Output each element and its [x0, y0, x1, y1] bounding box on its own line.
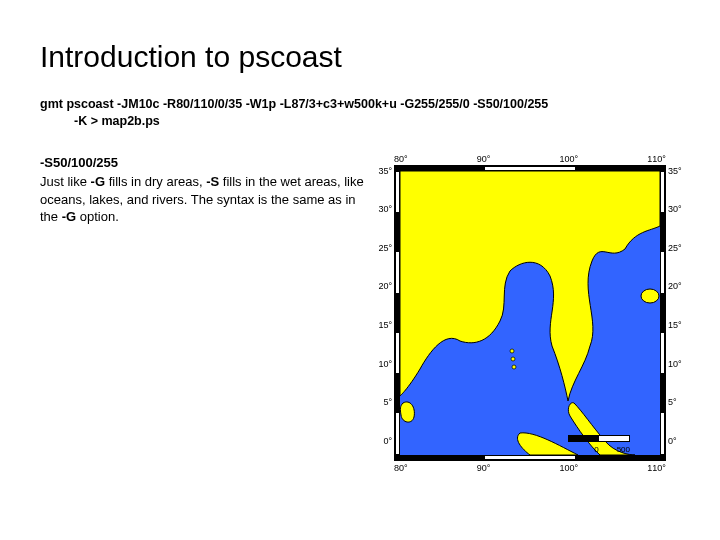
- map-sea: [400, 171, 660, 455]
- scale-bar-segments: [568, 435, 630, 442]
- tick: 0°: [372, 436, 392, 446]
- tick: 90°: [477, 154, 491, 164]
- tick: 35°: [372, 166, 392, 176]
- tick: 80°: [394, 463, 408, 473]
- tick: 110°: [647, 154, 666, 164]
- explanation-text: -S50/100/255 Just like -G fills in dry a…: [40, 154, 370, 474]
- tick: 10°: [668, 359, 688, 369]
- scale-bar-labels: 0 500: [594, 445, 630, 454]
- island: [512, 365, 516, 369]
- tick: 35°: [668, 166, 688, 176]
- tick: 110°: [647, 463, 666, 473]
- lat-ticks-right: 35° 30° 25° 20° 15° 10° 5° 0°: [668, 166, 688, 446]
- lon-ticks-bottom: 80° 90° 100° 110°: [394, 461, 666, 474]
- tick: 5°: [372, 397, 392, 407]
- coastline-svg: [400, 171, 660, 455]
- tick: 15°: [372, 320, 392, 330]
- command-line-1: gmt pscoast -JM10c -R80/110/0/35 -W1p -L…: [40, 97, 548, 111]
- frame-border-bottom: [395, 455, 665, 460]
- tick: 20°: [372, 281, 392, 291]
- scale-label-500: 500: [617, 445, 630, 454]
- text: Just like: [40, 174, 91, 189]
- tick: 20°: [668, 281, 688, 291]
- tick: 25°: [372, 243, 392, 253]
- tick: 80°: [394, 154, 408, 164]
- land-hainan: [641, 289, 659, 303]
- tick: 100°: [560, 463, 579, 473]
- flag-g2: -G: [62, 209, 76, 224]
- command-block: gmt pscoast -JM10c -R80/110/0/35 -W1p -L…: [40, 96, 680, 130]
- island: [511, 357, 515, 361]
- frame-border-right: [660, 171, 665, 455]
- map-figure: 80° 90° 100° 110° 35° 30° 25° 20° 15° 10…: [394, 154, 666, 474]
- lat-ticks-left: 35° 30° 25° 20° 15° 10° 5° 0°: [372, 166, 392, 446]
- flag-s: -S: [206, 174, 219, 189]
- tick: 90°: [477, 463, 491, 473]
- text: fills in dry areas,: [105, 174, 206, 189]
- map-frame: 0 500: [394, 165, 666, 461]
- tick: 15°: [668, 320, 688, 330]
- tick: 30°: [372, 204, 392, 214]
- tick: 25°: [668, 243, 688, 253]
- tick: 100°: [560, 154, 579, 164]
- tick: 30°: [668, 204, 688, 214]
- island: [510, 349, 514, 353]
- scale-bar: [568, 435, 630, 442]
- option-description: Just like -G fills in dry areas, -S fill…: [40, 173, 370, 226]
- lon-ticks-top: 80° 90° 100° 110°: [394, 154, 666, 165]
- land-sri-lanka: [400, 402, 414, 422]
- tick: 10°: [372, 359, 392, 369]
- tick: 5°: [668, 397, 688, 407]
- text: option.: [76, 209, 119, 224]
- flag-g: -G: [91, 174, 105, 189]
- land-india-asia: [400, 171, 660, 401]
- scale-label-0: 0: [594, 445, 598, 454]
- tick: 0°: [668, 436, 688, 446]
- option-name: -S50/100/255: [40, 154, 370, 172]
- page-title: Introduction to pscoast: [40, 40, 680, 74]
- command-line-2: -K > map2b.ps: [40, 113, 160, 130]
